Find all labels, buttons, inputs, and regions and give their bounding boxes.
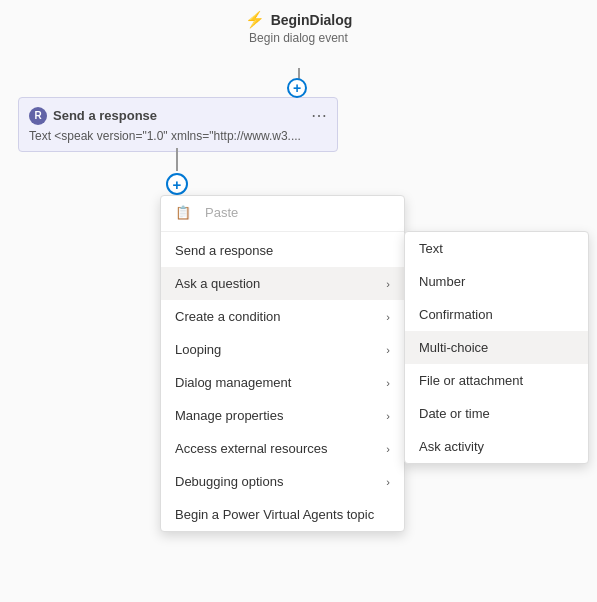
response-node: R Send a response ⋯ Text <speak version=… bbox=[18, 97, 338, 152]
chevron-right-icon-dialog: › bbox=[386, 377, 390, 389]
menu-item-ask-question-label: Ask a question bbox=[175, 276, 260, 291]
submenu-item-datetime[interactable]: Date or time bbox=[405, 397, 588, 430]
menu-item-manage-props[interactable]: Manage properties › bbox=[161, 399, 404, 432]
chevron-right-icon-props: › bbox=[386, 410, 390, 422]
menu-item-send-response[interactable]: Send a response bbox=[161, 234, 404, 267]
submenu-item-text-label: Text bbox=[419, 241, 443, 256]
submenu-item-ask-activity[interactable]: Ask activity bbox=[405, 430, 588, 463]
menu-item-external-resources[interactable]: Access external resources › bbox=[161, 432, 404, 465]
submenu-item-multichoice-label: Multi-choice bbox=[419, 340, 488, 355]
action-menu: 📋 Paste Send a response Ask a question ›… bbox=[160, 195, 405, 532]
submenu-item-text[interactable]: Text bbox=[405, 232, 588, 265]
response-node-label: Send a response bbox=[53, 108, 157, 123]
begin-dialog-node: ⚡ BeginDialog Begin dialog event bbox=[245, 10, 353, 45]
menu-item-pva-topic-label: Begin a Power Virtual Agents topic bbox=[175, 507, 374, 522]
node-icon: R bbox=[29, 107, 47, 125]
submenu-item-file[interactable]: File or attachment bbox=[405, 364, 588, 397]
menu-item-external-resources-label: Access external resources bbox=[175, 441, 327, 456]
begin-dialog-subtitle: Begin dialog event bbox=[245, 31, 353, 45]
menu-item-paste[interactable]: 📋 Paste bbox=[161, 196, 404, 229]
menu-item-dialog-mgmt-label: Dialog management bbox=[175, 375, 291, 390]
menu-item-debugging[interactable]: Debugging options › bbox=[161, 465, 404, 498]
canvas: ⚡ BeginDialog Begin dialog event + R Sen… bbox=[0, 0, 597, 602]
chevron-right-icon-debug: › bbox=[386, 476, 390, 488]
chevron-right-icon-external: › bbox=[386, 443, 390, 455]
menu-item-create-condition-label: Create a condition bbox=[175, 309, 281, 324]
submenu-item-number-label: Number bbox=[419, 274, 465, 289]
node-menu-button[interactable]: ⋯ bbox=[311, 106, 327, 125]
submenu-item-datetime-label: Date or time bbox=[419, 406, 490, 421]
response-node-header: R Send a response ⋯ bbox=[29, 106, 327, 125]
menu-item-send-response-label: Send a response bbox=[175, 243, 273, 258]
submenu-item-confirmation[interactable]: Confirmation bbox=[405, 298, 588, 331]
menu-item-pva-topic[interactable]: Begin a Power Virtual Agents topic bbox=[161, 498, 404, 531]
submenu-item-file-label: File or attachment bbox=[419, 373, 523, 388]
add-action-button[interactable]: + bbox=[166, 173, 188, 195]
paste-icon: 📋 bbox=[175, 205, 191, 220]
response-node-body: Text <speak version="1.0" xmlns="http://… bbox=[29, 129, 327, 143]
begin-dialog-title: ⚡ BeginDialog bbox=[245, 10, 353, 29]
node-icon-letter: R bbox=[34, 110, 41, 121]
submenu-item-multichoice[interactable]: Multi-choice bbox=[405, 331, 588, 364]
submenu-item-number[interactable]: Number bbox=[405, 265, 588, 298]
menu-item-looping-label: Looping bbox=[175, 342, 221, 357]
menu-item-create-condition[interactable]: Create a condition › bbox=[161, 300, 404, 333]
menu-item-debugging-label: Debugging options bbox=[175, 474, 283, 489]
submenu-item-ask-activity-label: Ask activity bbox=[419, 439, 484, 454]
response-node-title: R Send a response bbox=[29, 107, 157, 125]
menu-item-ask-question[interactable]: Ask a question › bbox=[161, 267, 404, 300]
lightning-icon: ⚡ bbox=[245, 10, 265, 29]
connector-line-2 bbox=[176, 148, 178, 171]
ask-question-submenu: Text Number Confirmation Multi-choice Fi… bbox=[404, 231, 589, 464]
chevron-right-icon-condition: › bbox=[386, 311, 390, 323]
menu-item-dialog-mgmt[interactable]: Dialog management › bbox=[161, 366, 404, 399]
begin-dialog-label: BeginDialog bbox=[271, 12, 353, 28]
menu-item-looping[interactable]: Looping › bbox=[161, 333, 404, 366]
menu-item-paste-label: Paste bbox=[205, 205, 238, 220]
menu-divider-1 bbox=[161, 231, 404, 232]
submenu-item-confirmation-label: Confirmation bbox=[419, 307, 493, 322]
add-node-button-top[interactable]: + bbox=[287, 78, 307, 98]
chevron-right-icon-ask: › bbox=[386, 278, 390, 290]
menu-item-manage-props-label: Manage properties bbox=[175, 408, 283, 423]
chevron-right-icon-looping: › bbox=[386, 344, 390, 356]
